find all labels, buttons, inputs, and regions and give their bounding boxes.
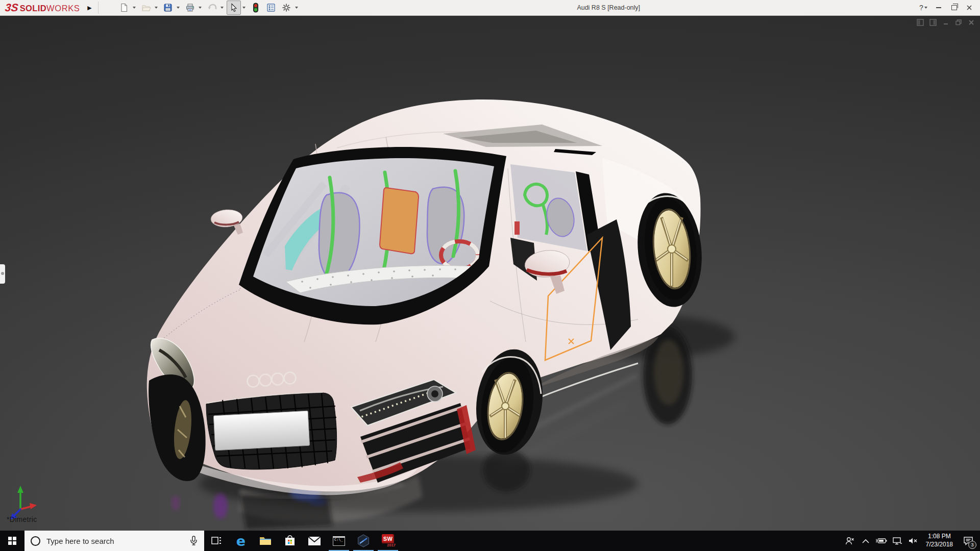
left-side-mirror bbox=[210, 209, 243, 235]
task-view-button[interactable] bbox=[204, 531, 229, 551]
print-icon bbox=[185, 3, 195, 12]
ds-logo-glyph: 3S bbox=[5, 2, 19, 14]
pane-right-button[interactable] bbox=[929, 19, 937, 26]
undo-icon bbox=[207, 3, 217, 12]
options-list-icon bbox=[266, 3, 276, 12]
microsoft-store-icon bbox=[284, 535, 296, 547]
edge-icon: e bbox=[236, 534, 246, 548]
taskbar-solidworks-2017[interactable]: SW 2017 bbox=[376, 531, 400, 551]
people-button[interactable] bbox=[844, 531, 856, 551]
rebuild-button[interactable] bbox=[249, 1, 263, 15]
system-tray: 1:08 PM 7/23/2018 3 bbox=[844, 531, 980, 551]
taskbar-search[interactable] bbox=[24, 531, 204, 551]
cortana-icon bbox=[31, 536, 40, 546]
quick-toolbar bbox=[117, 1, 300, 15]
mail-icon bbox=[308, 536, 321, 546]
license-plate bbox=[213, 411, 309, 450]
pane-left-button[interactable] bbox=[917, 19, 924, 26]
microphone-icon[interactable] bbox=[189, 536, 198, 546]
save-icon bbox=[163, 3, 173, 12]
new-document-dropdown[interactable] bbox=[133, 7, 136, 9]
windows-taskbar: e C:\_ SW bbox=[0, 531, 980, 551]
taskbar-clock[interactable]: 1:08 PM 7/23/2018 bbox=[923, 533, 956, 548]
start-button[interactable] bbox=[0, 531, 24, 551]
window-controls: ? bbox=[917, 2, 976, 14]
featuremanager-flyout-tab[interactable] bbox=[0, 264, 5, 284]
display-options-button[interactable] bbox=[264, 1, 278, 15]
undo-dropdown[interactable] bbox=[220, 7, 224, 9]
help-button[interactable]: ? bbox=[917, 2, 930, 14]
network-status[interactable] bbox=[891, 531, 903, 551]
speaker-muted-icon bbox=[908, 537, 918, 545]
battery-plug-icon bbox=[876, 537, 887, 544]
interior-orange-panel bbox=[380, 188, 419, 254]
titlebar: 3S SOLIDWORKS ▶ bbox=[0, 0, 980, 16]
car-model-audi-r8[interactable] bbox=[147, 99, 707, 495]
rebuild-traffic-light-icon bbox=[253, 3, 259, 13]
doc-restore-button[interactable] bbox=[955, 19, 962, 26]
model-scene[interactable] bbox=[0, 15, 980, 531]
restore-icon bbox=[951, 5, 957, 10]
minimize-button[interactable] bbox=[932, 2, 945, 14]
power-status[interactable] bbox=[875, 531, 888, 551]
volume-status[interactable] bbox=[907, 531, 919, 551]
windows-logo-icon bbox=[8, 537, 16, 545]
undo-button[interactable] bbox=[205, 1, 219, 15]
open-button[interactable] bbox=[139, 1, 153, 15]
select-cursor-icon bbox=[230, 3, 238, 12]
doc-close-button[interactable] bbox=[968, 19, 975, 26]
close-button[interactable] bbox=[963, 2, 976, 14]
taskbar-store[interactable] bbox=[278, 531, 302, 551]
window-title: Audi R8 S [Read-only] bbox=[300, 4, 917, 11]
search-input[interactable] bbox=[45, 536, 184, 546]
taskbar-command-prompt[interactable]: C:\_ bbox=[327, 531, 351, 551]
new-document-button[interactable] bbox=[117, 1, 131, 15]
solidworks-logo: 3S SOLIDWORKS bbox=[5, 2, 80, 14]
front-grille bbox=[206, 392, 337, 469]
save-dropdown[interactable] bbox=[177, 7, 180, 9]
menu-expand-arrow-icon[interactable]: ▶ bbox=[85, 2, 99, 14]
hidden-icons-button[interactable] bbox=[860, 531, 872, 551]
clock-time: 1:08 PM bbox=[926, 533, 953, 541]
command-prompt-icon: C:\_ bbox=[333, 536, 345, 546]
open-folder-icon bbox=[141, 3, 151, 12]
close-icon bbox=[966, 5, 972, 11]
coordinate-triad bbox=[10, 486, 37, 519]
taskbar-edge[interactable]: e bbox=[229, 531, 253, 551]
taskbar-file-explorer[interactable] bbox=[253, 531, 278, 551]
action-center-button[interactable]: 3 bbox=[960, 531, 977, 551]
settings-button[interactable] bbox=[279, 1, 293, 15]
minimize-icon bbox=[936, 7, 941, 8]
chevron-up-icon bbox=[862, 539, 869, 543]
restore-button[interactable] bbox=[947, 2, 961, 14]
print-dropdown[interactable] bbox=[199, 7, 202, 9]
new-document-icon bbox=[119, 3, 129, 12]
people-icon bbox=[845, 536, 855, 545]
taskbar-cad-hexagon-app[interactable] bbox=[351, 531, 376, 551]
hexagon-app-icon bbox=[357, 534, 370, 547]
open-dropdown[interactable] bbox=[155, 7, 158, 9]
clock-date: 7/23/2018 bbox=[926, 541, 953, 549]
network-icon bbox=[892, 537, 902, 545]
view-orientation-label: *Dimetric bbox=[7, 515, 37, 523]
notification-badge: 3 bbox=[968, 541, 976, 549]
settings-dropdown[interactable] bbox=[295, 7, 298, 9]
gear-icon bbox=[282, 3, 291, 12]
select-tool-button[interactable] bbox=[227, 1, 241, 15]
file-explorer-icon bbox=[259, 535, 272, 546]
solidworks-2017-icon: SW 2017 bbox=[381, 534, 395, 547]
help-dropdown bbox=[924, 7, 927, 9]
document-window-controls bbox=[917, 19, 975, 26]
save-button[interactable] bbox=[161, 1, 175, 15]
select-dropdown[interactable] bbox=[242, 7, 246, 9]
graphics-viewport[interactable]: *Dimetric bbox=[0, 15, 980, 531]
print-button[interactable] bbox=[183, 1, 197, 15]
doc-minimize-button[interactable] bbox=[942, 19, 949, 26]
task-view-icon bbox=[211, 536, 222, 545]
taskbar-mail[interactable] bbox=[302, 531, 327, 551]
